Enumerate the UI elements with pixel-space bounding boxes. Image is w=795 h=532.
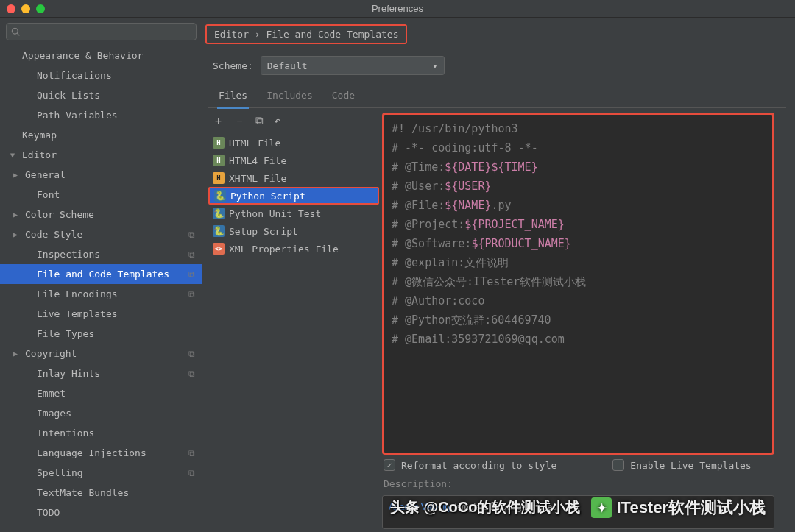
- template-file-label: Python Script: [230, 191, 305, 202]
- xhtml-file-icon: H: [213, 172, 225, 184]
- html-file-icon: H: [213, 137, 225, 149]
- sidebar-item-label: Code Style: [25, 229, 82, 240]
- zoom-window-icon[interactable]: [36, 4, 45, 13]
- expand-arrow-icon: ▶: [13, 171, 24, 179]
- revert-icon[interactable]: ↶: [274, 114, 280, 128]
- sidebar-item-file-types[interactable]: File Types: [0, 324, 202, 344]
- expand-arrow-icon: ▶: [13, 230, 24, 238]
- close-window-icon[interactable]: [7, 4, 15, 13]
- sidebar-item-label: Editor: [22, 149, 57, 160]
- sidebar-item-label: Font: [37, 189, 60, 200]
- live-templates-checkbox[interactable]: [612, 459, 624, 471]
- project-level-icon: ⧉: [188, 230, 195, 240]
- sidebar-item-label: Quick Lists: [37, 90, 100, 101]
- minimize-window-icon[interactable]: [21, 4, 30, 13]
- template-html4-file[interactable]: HHTML4 File: [208, 152, 379, 169]
- breadcrumb: Editor › File and Code Templates: [214, 29, 398, 40]
- sidebar-item-images[interactable]: Images: [0, 403, 202, 423]
- project-level-icon: ⧉: [188, 369, 195, 379]
- expand-arrow-icon: ▶: [13, 210, 24, 219]
- template-file-label: HTML File: [229, 138, 280, 149]
- tab-includes[interactable]: Includes: [265, 85, 314, 107]
- chevron-down-icon: ▾: [432, 60, 438, 71]
- sidebar-item-label: Inspections: [37, 249, 100, 260]
- scrollbar[interactable]: [776, 108, 786, 532]
- project-level-icon: ⧉: [188, 249, 195, 260]
- reformat-checkbox[interactable]: ✓: [384, 459, 395, 471]
- sidebar-item-label: File Encodings: [37, 288, 118, 299]
- template-xml-properties-file[interactable]: <>XML Properties File: [208, 240, 379, 258]
- py-file-icon: [213, 225, 225, 237]
- add-template-icon[interactable]: ＋: [213, 114, 224, 128]
- sidebar-item-keymap[interactable]: Keymap: [0, 125, 202, 145]
- sidebar-item-file-encodings[interactable]: File Encodings⧉: [0, 284, 202, 304]
- sidebar-item-label: TODO: [37, 507, 60, 518]
- sidebar-item-label: Keymap: [22, 130, 57, 141]
- sidebar-item-label: Emmet: [37, 388, 66, 399]
- sidebar-item-label: Path Variables: [37, 110, 118, 121]
- sidebar-item-label: Color Scheme: [25, 209, 94, 220]
- sidebar-item-general[interactable]: ▶General: [0, 165, 202, 185]
- template-file-label: HTML4 File: [229, 155, 286, 166]
- sidebar-item-spelling[interactable]: Spelling⧉: [0, 463, 202, 483]
- sidebar-item-path-variables[interactable]: Path Variables: [0, 105, 202, 125]
- description-label: Description:: [382, 475, 774, 492]
- sidebar-item-label: Copyright: [25, 348, 77, 359]
- html-file-icon: H: [213, 155, 225, 166]
- sidebar-item-inlay-hints[interactable]: Inlay Hints⧉: [0, 363, 202, 383]
- reformat-label: Reformat according to style: [401, 460, 556, 471]
- scheme-label: Scheme:: [213, 60, 253, 71]
- sidebar-item-color-scheme[interactable]: ▶Color Scheme: [0, 205, 202, 224]
- sidebar-item-appearance-behavior[interactable]: Appearance & Behavior: [0, 46, 202, 65]
- sidebar-item-label: Live Templates: [37, 308, 118, 319]
- sidebar-item-inspections[interactable]: Inspections⧉: [0, 244, 202, 264]
- sidebar-item-quick-lists[interactable]: Quick Lists: [0, 85, 202, 105]
- project-level-icon: ⧉: [188, 468, 195, 478]
- project-level-icon: ⧉: [188, 269, 195, 280]
- scheme-select[interactable]: Default ▾: [261, 56, 445, 75]
- sidebar-item-label: File and Code Templates: [37, 269, 169, 280]
- sidebar-item-notifications[interactable]: Notifications: [0, 65, 202, 85]
- sidebar-item-todo[interactable]: TODO: [0, 503, 202, 522]
- sidebar-item-label: Images: [37, 408, 71, 419]
- sidebar-item-file-and-code-templates[interactable]: File and Code Templates⧉: [0, 264, 202, 284]
- search-input[interactable]: [6, 23, 197, 40]
- sidebar-item-label: TextMate Bundles: [37, 487, 129, 498]
- tab-code[interactable]: Code: [331, 85, 356, 107]
- template-python-unit-test[interactable]: Python Unit Test: [208, 205, 379, 222]
- sidebar-item-copyright[interactable]: ▶Copyright⧉: [0, 344, 202, 363]
- window-controls: [7, 4, 45, 13]
- template-tabs: FilesIncludesCode: [208, 85, 786, 108]
- sidebar-item-textmate-bundles[interactable]: TextMate Bundles: [0, 483, 202, 503]
- sidebar-item-label: Intentions: [37, 428, 94, 439]
- watermark-wechat: ✦ ITester软件测试小栈: [591, 497, 766, 519]
- sidebar-item-live-templates[interactable]: Live Templates: [0, 304, 202, 324]
- sidebar-item-label: File Types: [37, 328, 94, 339]
- project-level-icon: ⧉: [188, 289, 195, 299]
- template-setup-script[interactable]: Setup Script: [208, 222, 379, 240]
- copy-template-icon[interactable]: ⧉: [255, 114, 264, 128]
- sidebar-item-emmet[interactable]: Emmet: [0, 383, 202, 403]
- template-python-script[interactable]: Python Script: [208, 187, 379, 205]
- sidebar-item-font[interactable]: Font: [0, 185, 202, 205]
- template-file-label: XML Properties File: [229, 244, 339, 255]
- breadcrumb-highlight: Editor › File and Code Templates: [205, 24, 407, 44]
- sidebar-item-code-style[interactable]: ▶Code Style⧉: [0, 224, 202, 244]
- window-title: Preferences: [372, 3, 423, 14]
- sidebar-item-label: General: [25, 169, 66, 180]
- template-html-file[interactable]: HHTML File: [208, 134, 379, 152]
- xml-file-icon: <>: [213, 243, 225, 255]
- template-file-label: Python Unit Test: [229, 208, 321, 219]
- tab-files[interactable]: Files: [217, 85, 249, 109]
- sidebar-item-language-injections[interactable]: Language Injections⧉: [0, 443, 202, 463]
- sidebar-item-editor[interactable]: ▼Editor: [0, 145, 202, 165]
- sidebar-item-label: Language Injections: [37, 447, 146, 458]
- sidebar-item-intentions[interactable]: Intentions: [0, 423, 202, 443]
- template-file-list[interactable]: HHTML FileHHTML4 FileHXHTML FilePython S…: [208, 134, 379, 258]
- remove-template-icon[interactable]: －: [234, 114, 245, 128]
- template-editor[interactable]: #! /usr/bin/python3# -*- coding:utf-8 -*…: [382, 113, 774, 455]
- template-toolbar: ＋ － ⧉ ↶: [208, 108, 379, 134]
- template-xhtml-file[interactable]: HXHTML File: [208, 169, 379, 187]
- project-level-icon: ⧉: [188, 349, 195, 359]
- settings-tree[interactable]: Appearance & BehaviorNotificationsQuick …: [0, 46, 202, 532]
